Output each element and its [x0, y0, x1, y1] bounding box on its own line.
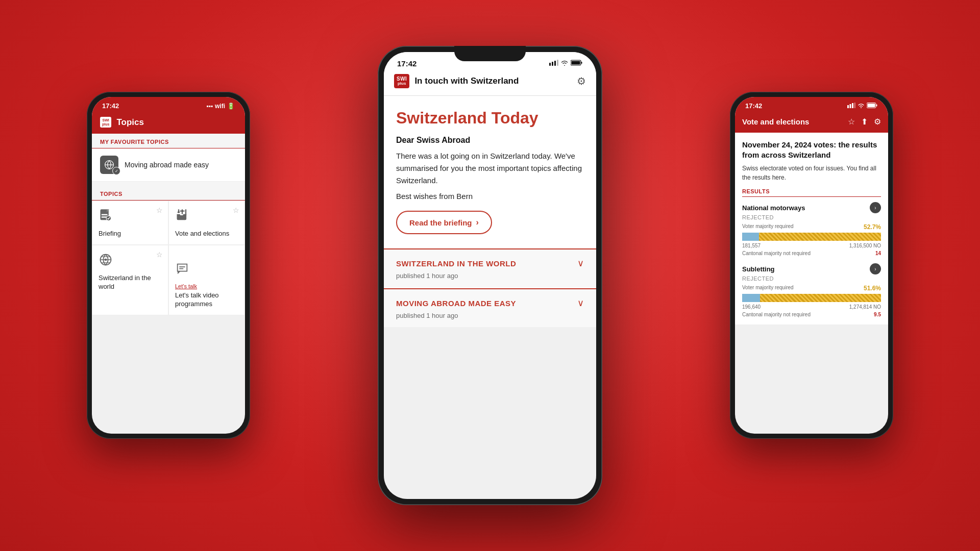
center-swi-logo: SWI plus [394, 74, 409, 88]
switzerland-label: Switzerland in the world [99, 274, 162, 291]
subletting-arrow-icon[interactable]: › [870, 263, 881, 274]
svg-rect-9 [178, 212, 180, 213]
letstalk-link[interactable]: Let's talk [175, 283, 238, 289]
moving-abroad-section-name: MOVING ABROAD MADE EASY [396, 299, 516, 308]
right-battery-icon [867, 103, 878, 110]
motorways-bar [742, 233, 881, 241]
favourite-item-moving-abroad[interactable]: Moving abroad made easy [92, 148, 245, 182]
center-content: Switzerland Today Dear Swiss Abroad Ther… [384, 96, 596, 327]
topic-item-letstalk[interactable]: Let's talk Let's talk video programmes [168, 245, 245, 315]
subletting-canton-label: Cantonal majority not required [742, 312, 811, 317]
svg-rect-21 [847, 105, 849, 108]
briefing-star-icon[interactable]: ☆ [156, 206, 163, 214]
switzerland-world-section[interactable]: SWITZERLAND IN THE WORLD ∨ published 1 h… [384, 248, 596, 287]
motorways-votes: 181,557 1,316,500 NO [742, 243, 881, 248]
center-settings-icon[interactable]: ⚙ [577, 75, 586, 87]
subletting-votes: 196,640 1,274,814 NO [742, 304, 881, 310]
subletting-canton-count: 9.5 [874, 312, 881, 317]
topics-label: TOPICS [92, 186, 245, 201]
right-status-bar: 17:42 [735, 97, 888, 113]
svg-rect-19 [581, 62, 582, 64]
topic-item-switzerland[interactable]: ☆ Switzerland in the world [92, 245, 168, 315]
motorways-name: National motorways [742, 204, 805, 212]
switzerland-today-section: Switzerland Today Dear Swiss Abroad Ther… [384, 96, 596, 244]
read-briefing-label: Read the briefing [409, 218, 472, 227]
sign-off-text: Best wishes from Bern [396, 192, 584, 201]
center-notch [454, 46, 526, 61]
left-app-header: SWI plus Topics [92, 113, 245, 134]
center-time: 17:42 [397, 59, 416, 68]
moving-abroad-meta: published 1 hour ago [396, 312, 458, 319]
motorways-canton-meta: Cantonal majority not required 14 [742, 251, 881, 256]
subletting-yes-votes: 196,640 [742, 304, 761, 310]
switzerland-star-icon[interactable]: ☆ [156, 251, 163, 259]
left-time: 17:42 [102, 102, 119, 110]
center-app-header: SWI plus In touch with Switzerland ⚙ [384, 71, 596, 96]
svg-rect-27 [876, 104, 877, 106]
right-phone: 17:42 [730, 92, 893, 439]
vote-result-subletting[interactable]: Subletting › REJECTED Voter majority req… [742, 263, 881, 317]
svg-rect-13 [179, 268, 183, 269]
subletting-meta: Voter majority required 51.6% [742, 285, 881, 292]
vote-header-title: Vote and elections [742, 117, 848, 126]
subletting-no-votes: 1,274,814 NO [849, 304, 881, 310]
subletting-majority-label: Voter majority required [742, 285, 794, 292]
motorways-majority-label: Voter majority required [742, 223, 794, 231]
right-time: 17:42 [745, 102, 762, 110]
left-phone-screen: 17:42 ▪▪▪ wifi 🔋 SWI plus Topics MY FAVO… [92, 97, 245, 434]
motorways-status: REJECTED [742, 214, 881, 220]
vote-header-icons: ☆ ⬆ ⚙ [848, 117, 881, 127]
vote-settings-icon[interactable]: ⚙ [874, 117, 881, 127]
read-briefing-button[interactable]: Read the briefing › [396, 211, 492, 234]
vote-favorite-icon[interactable]: ☆ [848, 117, 855, 127]
moving-abroad-section[interactable]: MOVING ABROAD MADE EASY ∨ published 1 ho… [384, 288, 596, 327]
phones-container: 17:42 ▪▪▪ wifi 🔋 SWI plus Topics MY FAVO… [0, 0, 980, 551]
moving-abroad-header: MOVING ABROAD MADE EASY ∨ [396, 297, 584, 309]
left-status-bar: 17:42 ▪▪▪ wifi 🔋 [92, 97, 245, 113]
moving-abroad-icon [100, 156, 118, 174]
subletting-yes-bar [742, 294, 760, 302]
results-label: RESULTS [742, 188, 881, 197]
svg-point-11 [105, 259, 107, 261]
motorways-canton-label: Cantonal majority not required [742, 251, 811, 256]
motorways-arrow-icon[interactable]: › [870, 202, 881, 213]
briefing-label: Briefing [99, 230, 162, 238]
switzerland-world-meta: published 1 hour ago [396, 272, 458, 280]
favourite-topics-label: MY FAVOURITE TOPICS [92, 134, 245, 148]
motorways-canton-count: 14 [875, 251, 881, 256]
letstalk-label: Let's talk video programmes [175, 291, 238, 309]
switzerland-today-title: Switzerland Today [396, 108, 584, 128]
center-battery-icon [571, 60, 583, 67]
vote-article-title: November 24, 2024 votes: the results fro… [742, 140, 881, 160]
vote-star-icon[interactable]: ☆ [233, 206, 239, 214]
svg-rect-24 [854, 103, 856, 108]
center-phone: 17:42 [378, 46, 602, 505]
left-wifi-icon: wifi [215, 103, 225, 110]
svg-rect-3 [102, 214, 108, 215]
read-briefing-arrow-icon: › [476, 218, 479, 227]
right-status-icons [847, 103, 878, 110]
topic-item-vote[interactable]: ☆ Vote and elections [168, 201, 245, 245]
motorways-no-bar [759, 233, 881, 241]
svg-rect-28 [868, 104, 875, 107]
svg-rect-23 [852, 103, 853, 108]
vote-share-icon[interactable]: ⬆ [861, 117, 868, 127]
left-header-title: Topics [116, 117, 144, 128]
vote-label: Vote and elections [175, 230, 238, 238]
motorways-header: National motorways › [742, 202, 881, 213]
left-signal-icon: ▪▪▪ [206, 103, 213, 110]
vote-result-motorways[interactable]: National motorways › REJECTED Voter majo… [742, 202, 881, 256]
moving-abroad-label: Moving abroad made easy [125, 160, 209, 169]
topics-grid: ☆ Briefing [92, 201, 245, 315]
subletting-no-bar [760, 294, 881, 302]
vote-icon [175, 208, 238, 226]
vote-header: Vote and elections ☆ ⬆ ⚙ [735, 113, 888, 133]
right-signal-icon [847, 103, 855, 110]
svg-rect-8 [180, 211, 184, 212]
subletting-bar [742, 294, 881, 302]
switzerland-icon [99, 253, 162, 270]
briefing-icon [99, 208, 162, 226]
left-screen-content: MY FAVOURITE TOPICS Moving abroad made e… [92, 134, 245, 315]
left-battery-icon: 🔋 [227, 103, 235, 110]
topic-item-briefing[interactable]: ☆ Briefing [92, 201, 168, 245]
